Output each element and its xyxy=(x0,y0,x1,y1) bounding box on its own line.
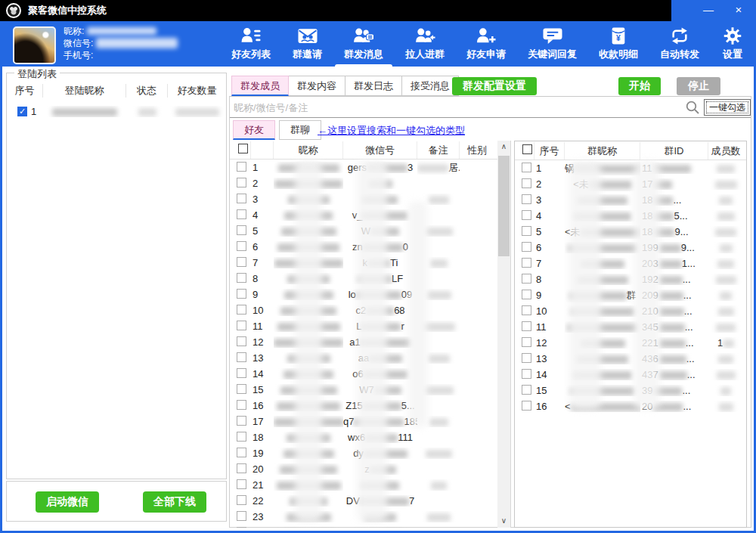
row-checkbox[interactable] xyxy=(522,178,531,188)
table-row[interactable]: 318... xyxy=(515,192,746,208)
row-checkbox[interactable] xyxy=(17,107,27,116)
toolbar-item-settings[interactable]: 设置 xyxy=(717,21,748,67)
scroll-up-icon[interactable]: ∧ xyxy=(497,141,510,153)
table-row[interactable]: 10c268 xyxy=(230,302,510,318)
row-checkbox[interactable] xyxy=(237,257,246,267)
table-row[interactable]: 61999... xyxy=(515,240,746,256)
row-checkbox[interactable] xyxy=(237,416,246,426)
row-checkbox[interactable] xyxy=(522,163,531,172)
row-checkbox[interactable] xyxy=(237,209,246,219)
table-row[interactable]: 9群209... xyxy=(515,287,746,303)
table-row[interactable]: 6zn0 xyxy=(230,239,510,255)
table-row[interactable]: 13436... xyxy=(515,351,746,367)
table-row[interactable]: 23 xyxy=(230,509,510,525)
table-row[interactable]: 5<未189... xyxy=(515,224,746,240)
toolbar-item-auto-forward[interactable]: 自动转发 xyxy=(655,21,704,67)
toolbar-item-pull-into-group[interactable]: 拉人进群 xyxy=(401,21,449,67)
row-checkbox[interactable] xyxy=(237,495,246,505)
row-checkbox[interactable] xyxy=(237,336,246,346)
table-row[interactable]: 12a1 xyxy=(230,334,510,350)
table-row[interactable]: 1gers3居... xyxy=(230,160,510,175)
row-checkbox[interactable] xyxy=(237,400,246,410)
table-row[interactable]: 3 xyxy=(230,191,510,207)
table-row[interactable]: 5W xyxy=(230,223,510,239)
row-checkbox[interactable] xyxy=(522,210,531,220)
row-checkbox[interactable] xyxy=(237,178,246,187)
mass-send-config-button[interactable]: 群发配置设置 xyxy=(452,77,537,95)
start-wechat-button[interactable]: 启动微信 xyxy=(36,491,99,513)
row-checkbox[interactable] xyxy=(237,352,246,362)
table-row[interactable]: 12221...1 xyxy=(515,335,746,351)
table-row[interactable]: 9lo09 xyxy=(230,287,510,302)
table-row[interactable]: 8LF xyxy=(230,271,510,287)
row-checkbox[interactable] xyxy=(522,369,531,379)
table-row[interactable]: 1锅11 xyxy=(515,160,746,176)
row-checkbox[interactable] xyxy=(522,353,531,363)
row-checkbox[interactable] xyxy=(237,305,246,315)
row-checkbox[interactable] xyxy=(237,321,246,330)
table-row[interactable]: 20z xyxy=(230,461,510,477)
row-checkbox[interactable] xyxy=(522,242,531,252)
toolbar-item-keyword-reply[interactable]: 关键词回复 xyxy=(523,21,581,67)
row-checkbox[interactable] xyxy=(522,226,531,236)
row-checkbox[interactable] xyxy=(522,194,531,204)
table-row[interactable]: 14o6 xyxy=(230,366,510,382)
table-row[interactable]: 13aa xyxy=(230,350,510,366)
check-all-button[interactable]: 一键勾选 xyxy=(704,99,751,116)
table-row[interactable]: 7kTi xyxy=(230,255,510,271)
toolbar-item-friends-list[interactable]: 好友列表 xyxy=(227,21,275,67)
row-checkbox[interactable] xyxy=(237,194,246,203)
scrollbar-thumb[interactable] xyxy=(498,156,510,256)
minimize-button[interactable]: — xyxy=(697,0,720,21)
tab-2[interactable]: 群发内容 xyxy=(289,76,345,96)
table-row[interactable]: 72031... xyxy=(515,256,746,271)
table-row[interactable]: 19dy xyxy=(230,445,510,461)
select-all-checkbox[interactable] xyxy=(522,144,532,154)
row-checkbox[interactable] xyxy=(237,241,246,251)
stop-button[interactable]: 停止 xyxy=(677,77,720,95)
row-checkbox[interactable] xyxy=(522,337,531,347)
table-row[interactable]: 10210... xyxy=(515,303,746,319)
search-input[interactable] xyxy=(234,98,668,116)
login-row[interactable]: 1 xyxy=(7,102,226,120)
table-row[interactable]: 4185... xyxy=(515,208,746,224)
row-checkbox[interactable] xyxy=(522,385,531,395)
table-row[interactable]: 1539... xyxy=(515,383,746,398)
row-checkbox[interactable] xyxy=(237,527,246,528)
all-offline-button[interactable]: 全部下线 xyxy=(143,491,206,513)
row-checkbox[interactable] xyxy=(237,273,246,283)
row-checkbox[interactable] xyxy=(237,384,246,394)
table-row[interactable]: 16<20... xyxy=(515,398,746,414)
row-checkbox[interactable] xyxy=(237,162,246,172)
row-checkbox[interactable] xyxy=(237,289,246,299)
scroll-down-icon[interactable]: ∨ xyxy=(497,515,510,528)
select-all-checkbox[interactable] xyxy=(238,144,248,153)
row-checkbox[interactable] xyxy=(237,225,246,235)
row-checkbox[interactable] xyxy=(237,511,246,521)
start-button[interactable]: 开始 xyxy=(618,77,661,95)
table-row[interactable]: 21 xyxy=(230,477,510,493)
type-tab-2[interactable]: 群聊 xyxy=(279,120,321,140)
table-row[interactable]: 17q7185 xyxy=(230,414,510,429)
table-row[interactable]: 18wx6111 xyxy=(230,429,510,445)
tab-1[interactable]: 群发成员 xyxy=(231,76,289,96)
row-checkbox[interactable] xyxy=(522,258,531,268)
table-row[interactable]: 8192... xyxy=(515,271,746,287)
table-row[interactable]: 2 xyxy=(230,175,510,191)
friends-scrollbar[interactable]: ∧ ∨ xyxy=(497,141,510,528)
row-checkbox[interactable] xyxy=(522,321,531,331)
table-row[interactable]: 11Lr xyxy=(230,318,510,334)
table-row[interactable]: 4v_ xyxy=(230,207,510,223)
table-row[interactable]: 16Z155... xyxy=(230,398,510,414)
table-row[interactable]: 2<未17 xyxy=(515,176,746,192)
row-checkbox[interactable] xyxy=(522,290,531,299)
table-row[interactable]: 11345... xyxy=(515,319,746,335)
row-checkbox[interactable] xyxy=(237,463,246,473)
row-checkbox[interactable] xyxy=(237,432,246,442)
table-row[interactable]: 22DV7 xyxy=(230,493,510,509)
close-button[interactable]: × xyxy=(727,0,750,21)
table-row[interactable]: 24 xyxy=(230,525,510,528)
toolbar-item-group-invite[interactable]: 群邀请 xyxy=(288,21,327,67)
toolbar-item-friend-request[interactable]: 好友申请 xyxy=(462,21,510,67)
row-checkbox[interactable] xyxy=(522,305,531,315)
